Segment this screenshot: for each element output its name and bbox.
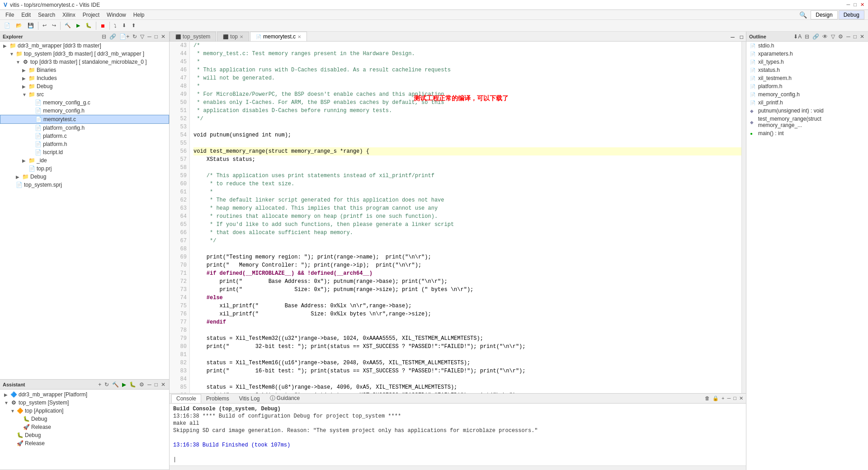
collapse-all-icon[interactable]: ⊟ [101, 33, 107, 40]
new-file-icon[interactable]: 📄+ [118, 33, 130, 40]
open-button[interactable]: 📂 [14, 21, 24, 30]
explorer-tree-item[interactable]: ▼ 📁 top_system [ddr3_tb master] [ ddr3_m… [0, 50, 169, 58]
assistant-tree-item[interactable]: ▶ 🔷 ddr3_mb_wrapper [Platform] [1, 390, 168, 399]
console-maximize-icon[interactable]: □ [732, 395, 737, 402]
outline-sort-icon[interactable]: ⬇A [793, 33, 802, 40]
build-button[interactable]: 🔨 [62, 21, 73, 30]
outline-item[interactable]: ◆ putnum(unsigned int) : void [746, 107, 868, 115]
outline-link-icon[interactable]: 🔗 [811, 33, 820, 40]
explorer-tree-item[interactable]: 📄 platform.c [0, 132, 169, 140]
explorer-tree-item[interactable]: 📄 memory_config_g.c [0, 99, 169, 107]
code-editor[interactable]: 4344454647484950515253545556575859606162… [170, 42, 746, 393]
explorer-tree-item[interactable]: 📄 top.prj [0, 164, 169, 173]
tab-top-close[interactable]: ✕ [240, 34, 243, 39]
debug-perspective-tab[interactable]: Debug [839, 10, 864, 19]
assistant-add-icon[interactable]: + [97, 381, 102, 388]
menu-edit[interactable]: Edit [18, 11, 34, 19]
console-clear-icon[interactable]: 🗑 [704, 395, 711, 402]
menu-project[interactable]: Project [79, 11, 103, 19]
assistant-tree-item[interactable]: 🚀 Release [1, 439, 168, 447]
explorer-tree-item[interactable]: ▶ 📁 Binaries [0, 66, 169, 74]
outline-item[interactable]: 📄 xil_testmem.h [746, 74, 868, 82]
console-tab-console[interactable]: Console [171, 394, 201, 403]
menu-window[interactable]: Window [103, 11, 130, 19]
maximize-panel-icon[interactable]: □ [154, 33, 159, 40]
assistant-maximize-icon[interactable]: □ [154, 381, 159, 388]
console-tab-vitis-log[interactable]: Vitis Log [234, 394, 265, 403]
outline-item[interactable]: 📄 xstatus.h [746, 66, 868, 74]
console-new-icon[interactable]: + [721, 395, 725, 402]
tab-memorytest-close[interactable]: ✕ [297, 34, 301, 39]
assistant-build-icon[interactable]: 🔨 [111, 381, 120, 388]
code-content[interactable]: /* * memory_test.c: Test memory ranges p… [190, 42, 746, 393]
assistant-run-icon[interactable]: ▶ [121, 381, 127, 388]
outline-maximize-icon[interactable]: □ [853, 33, 858, 40]
new-button[interactable]: 📄 [2, 21, 13, 30]
explorer-tree-item[interactable]: ▶ 📁 Includes [0, 74, 169, 82]
outline-hide-icon[interactable]: 👁 [821, 33, 829, 40]
menu-xilinx[interactable]: Xilinx [59, 11, 79, 19]
filter-icon[interactable]: ▽ [139, 33, 145, 40]
redo-button[interactable]: ↪ [50, 21, 58, 30]
outline-item[interactable]: 📄 xparameters.h [746, 50, 868, 58]
run-button[interactable]: ▶ [74, 21, 82, 30]
explorer-tree-item[interactable]: 📄 memorytest.c [0, 115, 169, 124]
explorer-tree-item[interactable]: ▶ 📁 Debug [0, 173, 169, 181]
tab-top[interactable]: ⬛ top ✕ [217, 32, 249, 41]
assistant-refresh-icon[interactable]: ↻ [104, 381, 110, 388]
step-over-button[interactable]: ⤵ [112, 22, 119, 30]
explorer-tree-item[interactable]: 📄 memory_config.h [0, 107, 169, 115]
outline-item[interactable]: ● main() : int [746, 129, 868, 137]
refresh-icon[interactable]: ↻ [132, 33, 138, 40]
stop-button[interactable]: ⏹ [98, 22, 108, 30]
maximize-button[interactable]: □ [854, 2, 857, 8]
outline-settings-icon[interactable]: ⚙ [837, 33, 844, 40]
minimize-panel-icon[interactable]: ─ [146, 33, 152, 40]
undo-button[interactable]: ↩ [40, 21, 49, 30]
assistant-tree-item[interactable]: 🐛 Debug [1, 431, 168, 439]
explorer-tree-item[interactable]: 📄 lscript.ld [0, 148, 169, 156]
explorer-tree-item[interactable]: ▶ 📁 ddr3_mb_wrapper [ddr3 tb master] [0, 42, 169, 50]
outline-collapse-icon[interactable]: ⊟ [804, 33, 810, 40]
menu-help[interactable]: Help [130, 11, 148, 19]
step-into-button[interactable]: ⬇ [120, 21, 128, 30]
explorer-tree-item[interactable]: 📄 top_system.sprj [0, 181, 169, 189]
tab-top-system[interactable]: ⬛ top_system [170, 32, 216, 41]
outline-close-icon[interactable]: ✕ [859, 33, 865, 40]
tab-memorytest[interactable]: 📄 memorytest.c ✕ [250, 32, 307, 41]
step-out-button[interactable]: ⬆ [129, 21, 138, 30]
console-horizontal-scrollbar[interactable] [170, 465, 746, 470]
assistant-minimize-icon[interactable]: ─ [146, 381, 152, 388]
assistant-tree-item[interactable]: 🐛 Debug [1, 415, 168, 423]
minimize-button[interactable]: ─ [847, 2, 850, 8]
explorer-tree-item[interactable]: ▶ 📁 Debug [0, 82, 169, 90]
assistant-debug-icon[interactable]: 🐛 [128, 381, 137, 388]
outline-item[interactable]: 📄 stdio.h [746, 42, 868, 50]
assistant-tree-item[interactable]: ▼ 🔶 top [Application] [1, 407, 168, 415]
outline-item[interactable]: 📄 xil_printf.h [746, 99, 868, 107]
explorer-tree-item[interactable]: ▼ ⚙ top [ddr3 tb master] [ standalone_mi… [0, 58, 169, 66]
console-close-icon[interactable]: ✕ [738, 395, 744, 402]
explorer-tree-item[interactable]: ▶ 📁 _ide [0, 156, 169, 164]
debug-button[interactable]: 🐛 [83, 21, 94, 30]
link-editor-icon[interactable]: 🔗 [108, 33, 117, 40]
save-button[interactable]: 💾 [25, 21, 36, 30]
maximize-editor-button[interactable]: □ [737, 33, 746, 41]
search-icon[interactable]: 🔍 [799, 11, 807, 19]
explorer-tree-item[interactable]: 📄 platform_config.h [0, 124, 169, 132]
outline-item[interactable]: ◆ test_memory_range(struct memory_range_… [746, 115, 868, 129]
vertical-scrollbar[interactable] [741, 42, 746, 393]
close-panel-icon[interactable]: ✕ [160, 33, 166, 40]
outline-item[interactable]: 📄 platform.h [746, 82, 868, 90]
explorer-tree-item[interactable]: 📄 platform.h [0, 140, 169, 148]
minimize-editor-button[interactable]: ─ [728, 33, 737, 41]
assistant-tree-item[interactable]: ▼ ⚙ top_system [System] [1, 399, 168, 407]
outline-filter-icon[interactable]: ▽ [830, 33, 836, 40]
close-button[interactable]: ✕ [860, 2, 864, 8]
console-minimize-icon[interactable]: ─ [726, 395, 732, 402]
outline-item[interactable]: 📄 xil_types.h [746, 58, 868, 66]
menu-search[interactable]: Search [34, 11, 59, 19]
outline-item[interactable]: 📄 memory_config.h [746, 90, 868, 99]
menu-file[interactable]: File [2, 11, 18, 19]
design-perspective-tab[interactable]: Design [811, 10, 837, 19]
